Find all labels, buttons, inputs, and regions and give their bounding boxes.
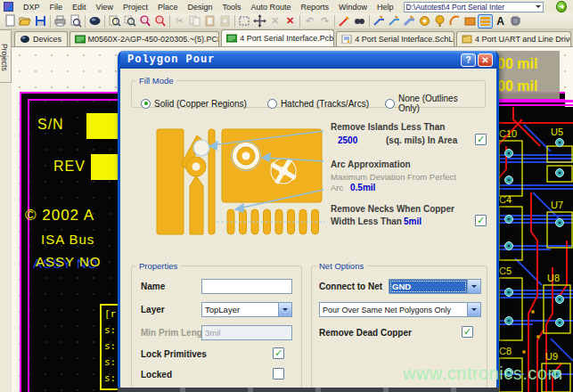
name-label: Name [141, 282, 165, 291]
zoom-document-icon[interactable] [107, 14, 122, 29]
chevron-down-icon[interactable] [467, 280, 480, 293]
arc-title: Arc Approximation [331, 159, 411, 169]
ref-c4: C4 [499, 194, 512, 205]
dialog-title: Polygon Pour [127, 53, 459, 66]
ref-c8: C8 [499, 346, 512, 356]
find-icon[interactable] [352, 14, 367, 29]
tab-devices[interactable]: Devices [14, 31, 68, 46]
menu-tools[interactable]: Tools [222, 3, 241, 12]
menu-reports[interactable]: Reports [301, 3, 330, 12]
polygon-pour-dialog: Polygon Pour ? ✕ Fill Mode Solid (Copper… [118, 51, 499, 392]
place-line-icon[interactable] [372, 14, 387, 29]
chevron-down-icon[interactable] [278, 303, 291, 316]
layer-label: Layer [141, 305, 165, 314]
locked-label: Locked [141, 370, 172, 380]
check-icon: ✓ [477, 216, 485, 225]
zoom-area-icon[interactable] [122, 14, 137, 29]
arc-value[interactable]: 0.5mil [350, 183, 375, 192]
radio-hatched[interactable]: Hatched (Tracks/Arcs) [267, 94, 385, 113]
undo-icon[interactable]: ↶ [302, 14, 317, 29]
new-document-icon[interactable] [3, 14, 18, 29]
place-pad-icon[interactable] [432, 14, 447, 29]
open-icon[interactable] [18, 14, 33, 29]
place-component-icon[interactable] [508, 14, 523, 29]
menu-place[interactable]: Place [158, 3, 178, 12]
lock-primitives-checkbox[interactable]: ✓ [273, 347, 284, 359]
place-arc-icon[interactable] [447, 14, 462, 29]
menu-help[interactable]: Help [377, 3, 394, 12]
interactive-routing-icon[interactable] [337, 14, 352, 29]
radio-label: None (Outlines Only) [398, 94, 479, 113]
cut-icon[interactable]: ✂ [172, 14, 187, 29]
menu-dxp[interactable]: DXP [23, 3, 40, 12]
app-logo-icon [4, 2, 13, 12]
help-advisor-icon[interactable]: ➜ [556, 1, 567, 12]
name-input[interactable] [201, 279, 292, 294]
document-tab-bar: Devices M0560X-2AGP-450-020305.~(5).PCB … [12, 29, 573, 47]
remove-dead-copper-label: Remove Dead Copper [319, 328, 412, 338]
min-prim-input: 3mil [201, 325, 292, 340]
radio-icon [385, 99, 395, 109]
necks-value[interactable]: 5mil [404, 216, 422, 226]
tab-pcb-file[interactable]: M0560X-2AGP-450-020305.~(5).PCB [70, 31, 220, 46]
paste-icon[interactable] [202, 14, 217, 29]
connect-to-net-label: Connect to Net [319, 282, 382, 291]
place-bus-icon[interactable] [402, 14, 417, 29]
zoom-selection-icon[interactable] [152, 14, 168, 29]
dialog-help-button[interactable]: ? [461, 53, 476, 67]
place-string-icon[interactable]: A [493, 14, 508, 29]
print-icon[interactable] [53, 14, 68, 29]
necks-checkbox[interactable]: ✓ [475, 215, 487, 226]
islands-value[interactable]: 2500 [338, 135, 357, 145]
place-track-icon[interactable] [387, 14, 402, 29]
select-area-icon[interactable] [237, 14, 252, 29]
layers-sphere-icon[interactable] [87, 14, 102, 29]
zoom-in-icon[interactable] [137, 14, 152, 29]
menu-view[interactable]: View [96, 3, 113, 12]
radio-label: Solid (Copper Regions) [154, 99, 247, 109]
menu-file[interactable]: File [50, 3, 63, 12]
tab-schlib[interactable]: 4 Port Serial Interface.SchLib * [336, 31, 454, 46]
move-selection-icon[interactable] [252, 14, 267, 29]
measurement-tooltip: 00 mil 00 mil [495, 51, 560, 99]
connect-net-combo[interactable]: GND [389, 279, 481, 294]
menu-project[interactable]: Project [123, 3, 148, 12]
remove-dead-copper-checkbox[interactable]: ✓ [462, 326, 473, 338]
fill-mode-legend: Fill Mode [136, 76, 176, 86]
paste-array-icon[interactable] [217, 14, 233, 29]
tab-pcbdoc-active[interactable]: 4 Port Serial Interface.PcbDoc [221, 29, 334, 46]
pour-over-combo[interactable]: Pour Over Same Net Polygons Only [319, 302, 481, 317]
locked-checkbox[interactable] [273, 368, 284, 380]
tab-label: 4 Port Serial Interface.SchLib * [355, 35, 454, 44]
place-fill-icon[interactable] [462, 14, 478, 29]
left-panel-strip [0, 83, 12, 392]
menu-edit[interactable]: Edit [72, 3, 86, 12]
save-icon[interactable] [33, 14, 48, 29]
print-preview-icon[interactable] [68, 14, 83, 29]
document-path-combo[interactable]: D:\Autotest\4 Port Serial Inter [404, 2, 544, 12]
necks-title: Remove Necks When Copper [331, 204, 454, 214]
islands-checkbox[interactable]: ✓ [475, 134, 487, 145]
place-via-icon[interactable] [417, 14, 432, 29]
projects-panel-tab[interactable]: Projects [0, 29, 12, 83]
copy-icon[interactable] [187, 14, 202, 29]
menu-design[interactable]: Design [187, 3, 212, 12]
radio-label: Hatched (Tracks/Arcs) [281, 99, 369, 109]
tab-label: 4 Port Serial Interface.PcbDoc [240, 34, 334, 43]
chevron-down-icon[interactable] [536, 5, 541, 11]
chevron-down-icon[interactable] [467, 303, 480, 316]
menu-window[interactable]: Window [339, 3, 367, 12]
redo-icon[interactable]: ↷ [317, 14, 332, 29]
tab-uart-doc[interactable]: 4 Port UART and Line Drivers. [456, 31, 571, 46]
layer-combo[interactable]: TopLayer [201, 302, 292, 317]
place-polygon-pour-icon[interactable] [478, 14, 493, 29]
close-icon[interactable]: ✕ [478, 53, 493, 67]
radio-none[interactable]: None (Outlines Only) [385, 94, 479, 113]
dialog-title-bar[interactable]: Polygon Pour ? ✕ [120, 51, 496, 69]
watermark: www.cntronics.com [403, 363, 563, 384]
menu-auto-route[interactable]: Auto Route [250, 3, 291, 12]
deselect-icon[interactable]: ✕ [267, 14, 282, 29]
clear-filter-icon[interactable]: ✕ [282, 14, 298, 29]
lock-primitives-label: Lock Primitives [141, 349, 207, 359]
radio-solid[interactable]: Solid (Copper Regions) [141, 94, 267, 113]
